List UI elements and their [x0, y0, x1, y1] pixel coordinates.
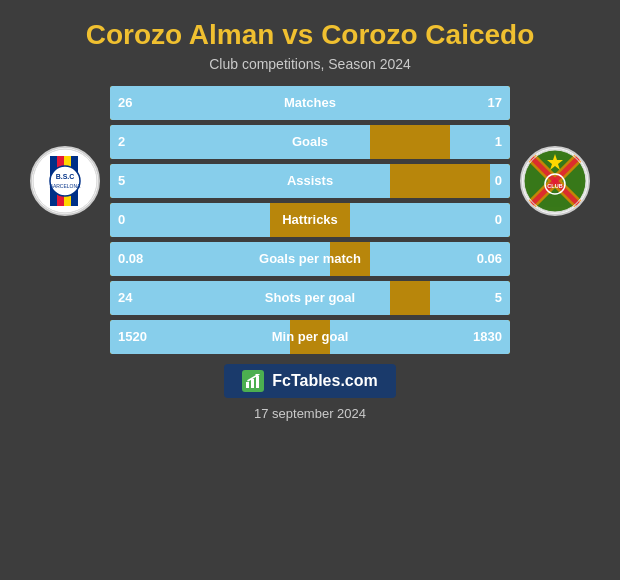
stat-label: Min per goal	[272, 329, 349, 344]
stat-label: Shots per goal	[265, 290, 355, 305]
logo-left-area: B.S.C BARCELONA	[20, 86, 110, 216]
team-right-logo: CLUB	[520, 146, 590, 216]
stat-label: Goals per match	[259, 251, 361, 266]
stat-val-right: 5	[495, 290, 502, 305]
stat-row: Hattricks00	[110, 203, 510, 237]
stat-val-left: 26	[118, 95, 132, 110]
stats-wrapper: B.S.C BARCELONA Matches2617Goals21Assist…	[20, 86, 600, 354]
fctables-icon	[242, 370, 264, 392]
logo-right-area: CLUB	[510, 86, 600, 216]
team-left-logo: B.S.C BARCELONA	[30, 146, 100, 216]
fctables-text: FcTables.com	[272, 372, 378, 390]
stat-row: Shots per goal245	[110, 281, 510, 315]
svg-point-6	[50, 166, 80, 196]
stat-label: Hattricks	[282, 212, 338, 227]
stat-val-right: 0	[495, 212, 502, 227]
svg-rect-16	[251, 379, 254, 388]
stat-row: Goals per match0.080.06	[110, 242, 510, 276]
stat-row: Assists50	[110, 164, 510, 198]
stat-row: Matches2617	[110, 86, 510, 120]
svg-rect-15	[246, 382, 249, 388]
stat-val-right: 0	[495, 173, 502, 188]
page-title: Corozo Alman vs Corozo Caicedo	[86, 18, 535, 52]
stat-val-right: 17	[488, 95, 502, 110]
stat-val-right: 0.06	[477, 251, 502, 266]
svg-text:BARCELONA: BARCELONA	[50, 183, 82, 189]
svg-rect-17	[256, 376, 259, 388]
stat-row: Min per goal15201830	[110, 320, 510, 354]
stat-val-right: 1	[495, 134, 502, 149]
stat-val-left: 0	[118, 212, 125, 227]
main-container: Corozo Alman vs Corozo Caicedo Club comp…	[0, 0, 620, 580]
stat-val-left: 1520	[118, 329, 147, 344]
svg-text:CLUB: CLUB	[547, 183, 562, 189]
svg-text:B.S.C: B.S.C	[56, 173, 75, 180]
stat-val-right: 1830	[473, 329, 502, 344]
stat-val-left: 24	[118, 290, 132, 305]
stat-label: Assists	[287, 173, 333, 188]
stat-val-left: 0.08	[118, 251, 143, 266]
page-subtitle: Club competitions, Season 2024	[209, 56, 411, 72]
stat-label: Goals	[292, 134, 328, 149]
fctables-banner: FcTables.com	[224, 364, 396, 398]
stat-label: Matches	[284, 95, 336, 110]
stats-middle: Matches2617Goals21Assists50Hattricks00Go…	[110, 86, 510, 354]
stat-row: Goals21	[110, 125, 510, 159]
footer-date: 17 september 2024	[254, 406, 366, 421]
stat-val-left: 5	[118, 173, 125, 188]
stat-val-left: 2	[118, 134, 125, 149]
